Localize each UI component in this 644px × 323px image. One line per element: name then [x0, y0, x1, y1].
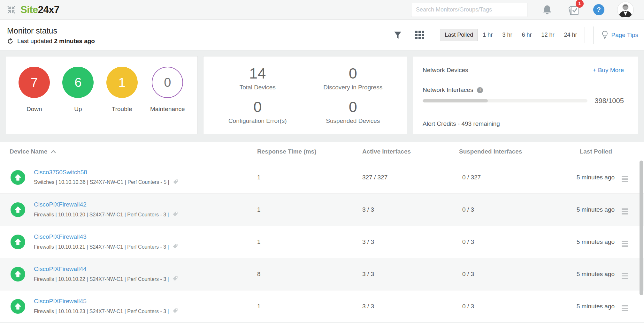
up-status-icon — [11, 267, 25, 282]
help-icon[interactable]: ? — [593, 4, 604, 15]
status-up[interactable]: 6 Up — [62, 67, 94, 113]
tag-icon[interactable] — [172, 308, 178, 315]
active-interfaces-value: 3 / 3 — [350, 303, 446, 310]
last-updated-text: Last updated 2 minutes ago — [17, 38, 95, 45]
stat-suspended-devices: 0 Suspended Devices — [305, 94, 401, 128]
buy-more-link[interactable]: + Buy More — [593, 67, 624, 74]
row-menu-icon[interactable] — [622, 273, 628, 279]
active-interfaces-value: 3 / 3 — [350, 238, 446, 245]
active-interfaces-value: 3 / 3 — [350, 271, 446, 278]
table-header: Device Name Response Time (ms) Active In… — [0, 142, 644, 161]
tag-icon[interactable] — [172, 179, 179, 186]
info-icon[interactable]: i — [477, 87, 483, 93]
site24x7-logo[interactable]: Site24x7 — [20, 4, 59, 16]
table-row: CiscoPIXFirewall43 Firewalls | 10.10.10.… — [0, 226, 644, 258]
vertical-scrollbar — [640, 142, 643, 323]
device-name-link[interactable]: CiscoPIXFirewall43 — [34, 233, 87, 240]
table-row: CiscoPIXFirewall44 Firewalls | 10.10.10.… — [0, 258, 644, 290]
top-bar: Site24x7 1 ? — [0, 0, 644, 20]
device-details: Switches | 10.10.10.36 | S24X7-NW-C1 | P… — [34, 179, 169, 185]
time-range-last-polled[interactable]: Last Polled — [440, 29, 478, 41]
time-range-3hr[interactable]: 3 hr — [497, 29, 517, 41]
row-menu-icon[interactable] — [622, 176, 628, 182]
filter-icon[interactable] — [393, 30, 402, 40]
stat-total-devices: 14 Total Devices — [210, 61, 305, 94]
up-status-icon — [11, 170, 25, 185]
col-active-interfaces[interactable]: Active Interfaces — [350, 148, 446, 155]
row-menu-icon[interactable] — [622, 208, 628, 214]
response-time-value: 1 — [248, 206, 350, 213]
page-tips-button[interactable]: Page Tips — [601, 31, 639, 39]
row-menu-icon[interactable] — [622, 241, 628, 247]
up-status-icon — [11, 202, 25, 217]
bulb-icon — [601, 31, 609, 39]
stat-configuration-errors: 0 Configuration Error(s) — [210, 94, 305, 128]
tag-icon[interactable] — [172, 211, 178, 218]
time-range-24hr[interactable]: 24 hr — [559, 29, 582, 41]
time-range-12hr[interactable]: 12 hr — [536, 29, 559, 41]
active-interfaces-value: 327 / 327 — [350, 174, 446, 181]
suspended-interfaces-value: 0 / 3 — [446, 238, 543, 245]
status-summary-card: 7 Down 6 Up 1 Trouble 0 Maintenance — [6, 56, 198, 134]
interfaces-progress-bar — [423, 99, 587, 102]
time-range-6hr[interactable]: 6 hr — [517, 29, 536, 41]
last-polled-value: 5 minutes ago — [543, 206, 615, 213]
announcements-icon[interactable]: 1 — [568, 4, 579, 16]
user-avatar[interactable] — [617, 2, 634, 18]
col-device-name[interactable]: Device Name — [0, 148, 248, 155]
suspended-interfaces-value: 0 / 3 — [446, 303, 543, 310]
up-count: 6 — [62, 67, 94, 98]
last-polled-value: 5 minutes ago — [543, 303, 615, 310]
alert-credits: Alert Credits - 493 remaining — [423, 120, 624, 127]
device-stats-card: 14 Total Devices 0 Discovery in Progress… — [203, 56, 407, 134]
device-name-link[interactable]: Cisco3750Switch58 — [34, 169, 87, 176]
last-polled-value: 5 minutes ago — [543, 238, 615, 245]
col-last-polled[interactable]: Last Polled — [543, 148, 615, 155]
progress-fill — [423, 99, 488, 102]
down-count: 7 — [19, 67, 50, 98]
col-suspended-interfaces[interactable]: Suspended Interfaces — [446, 148, 543, 155]
collapse-icon[interactable] — [6, 5, 16, 15]
device-name-link[interactable]: CiscoPIXFirewall45 — [34, 298, 87, 305]
search-input[interactable] — [411, 3, 527, 17]
stat-discovery-in-progress: 0 Discovery in Progress — [305, 61, 401, 94]
response-time-value: 1 — [248, 238, 350, 245]
last-polled-value: 5 minutes ago — [543, 174, 615, 181]
table-row: CiscoPIXFirewall42 Firewalls | 10.10.10.… — [0, 193, 644, 226]
sort-asc-icon — [50, 150, 56, 154]
active-interfaces-value: 3 / 3 — [350, 206, 446, 213]
device-name-link[interactable]: CiscoPIXFirewall44 — [34, 266, 87, 273]
license-card: Network Devices + Buy More Network Inter… — [413, 56, 638, 134]
bell-icon[interactable] — [542, 4, 552, 15]
page-header: Monitor status Last updated 2 minutes ag… — [0, 20, 644, 50]
network-devices-label: Network Devices — [423, 67, 468, 74]
device-table: Device Name Response Time (ms) Active In… — [0, 142, 644, 322]
device-name-link[interactable]: CiscoPIXFirewall42 — [34, 201, 87, 208]
suspended-interfaces-value: 0 / 3 — [446, 271, 543, 278]
table-row: CiscoPIXFirewall45 Firewalls | 10.10.10.… — [0, 290, 644, 322]
notification-badge: 1 — [576, 0, 584, 8]
grid-view-icon[interactable] — [415, 31, 424, 40]
trouble-count: 1 — [106, 67, 138, 98]
interfaces-usage: 398/1005 — [594, 97, 624, 105]
refresh-icon[interactable] — [7, 38, 13, 44]
status-down[interactable]: 7 Down — [19, 67, 50, 113]
col-response-time[interactable]: Response Time (ms) — [248, 148, 350, 155]
response-time-value: 1 — [248, 303, 350, 310]
network-interfaces-label: Network Interfaces — [423, 86, 473, 94]
status-trouble[interactable]: 1 Trouble — [106, 67, 138, 113]
tag-icon[interactable] — [172, 275, 178, 283]
up-status-icon — [11, 235, 25, 249]
time-range-1hr[interactable]: 1 hr — [478, 29, 497, 41]
maintenance-count: 0 — [152, 67, 183, 98]
tag-icon[interactable] — [172, 243, 178, 251]
page-title: Monitor status — [7, 26, 95, 35]
device-details: Firewalls | 10.10.10.23 | S24X7-NW-C1 | … — [34, 309, 169, 314]
status-maintenance[interactable]: 0 Maintenance — [150, 67, 185, 113]
scrollbar-thumb[interactable] — [640, 161, 643, 295]
table-row: Cisco3750Switch58 Switches | 10.10.10.36… — [0, 161, 644, 193]
row-menu-icon[interactable] — [622, 305, 628, 311]
last-polled-value: 5 minutes ago — [543, 271, 615, 278]
device-details: Firewalls | 10.10.10.22 | S24X7-NW-C1 | … — [34, 276, 169, 282]
device-details: Firewalls | 10.10.10.20 | S24X7-NW-C1 | … — [34, 212, 169, 218]
